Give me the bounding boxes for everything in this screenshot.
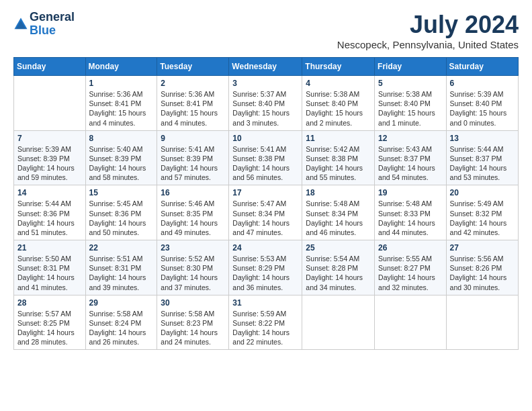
table-row: 20Sunrise: 5:49 AMSunset: 8:32 PMDayligh… [446,185,518,240]
table-row: 21Sunrise: 5:50 AMSunset: 8:31 PMDayligh… [14,240,86,295]
day-info: Sunrise: 5:46 AMSunset: 8:35 PMDaylight:… [161,199,225,237]
day-info: Sunrise: 5:38 AMSunset: 8:40 PMDaylight:… [378,89,443,128]
day-number: 27 [450,243,515,253]
day-number: 10 [232,134,298,143]
day-info: Sunrise: 5:47 AMSunset: 8:34 PMDaylight:… [232,199,298,237]
table-row [446,295,518,350]
calendar-week-row: 28Sunrise: 5:57 AMSunset: 8:25 PMDayligh… [14,295,519,350]
col-thursday: Thursday [302,58,375,76]
table-row: 3Sunrise: 5:37 AMSunset: 8:40 PMDaylight… [229,76,302,131]
table-row [302,295,375,350]
day-number: 17 [232,188,298,197]
day-number: 8 [89,134,154,143]
day-info: Sunrise: 5:36 AMSunset: 8:41 PMDaylight:… [161,89,225,128]
day-number: 24 [232,243,298,253]
day-number: 19 [378,188,443,197]
day-number: 28 [17,298,82,308]
day-info: Sunrise: 5:41 AMSunset: 8:38 PMDaylight:… [232,144,298,183]
day-number: 12 [378,134,443,143]
day-number: 26 [378,243,443,253]
calendar-header-row: Sunday Monday Tuesday Wednesday Thursday… [14,58,519,76]
day-number: 4 [306,79,371,88]
main-title: July 2024 [337,11,519,39]
day-number: 25 [306,243,371,253]
table-row: 8Sunrise: 5:40 AMSunset: 8:39 PMDaylight… [85,130,157,185]
day-info: Sunrise: 5:58 AMSunset: 8:23 PMDaylight:… [161,309,225,347]
day-info: Sunrise: 5:44 AMSunset: 8:36 PMDaylight:… [17,199,82,237]
day-number: 6 [450,79,515,88]
table-row: 11Sunrise: 5:42 AMSunset: 8:38 PMDayligh… [302,130,375,185]
logo-icon [13,17,28,32]
table-row: 24Sunrise: 5:53 AMSunset: 8:29 PMDayligh… [229,240,302,295]
table-row: 5Sunrise: 5:38 AMSunset: 8:40 PMDaylight… [375,76,447,131]
calendar-week-row: 7Sunrise: 5:39 AMSunset: 8:39 PMDaylight… [14,130,519,185]
table-row: 29Sunrise: 5:58 AMSunset: 8:24 PMDayligh… [85,295,157,350]
day-info: Sunrise: 5:52 AMSunset: 8:30 PMDaylight:… [161,254,225,292]
table-row [14,76,86,131]
subtitle: Nescopeck, Pennsylvania, United States [337,39,519,50]
table-row: 31Sunrise: 5:59 AMSunset: 8:22 PMDayligh… [229,295,302,350]
day-number: 16 [161,188,225,197]
title-block: July 2024 Nescopeck, Pennsylvania, Unite… [337,11,519,50]
day-number: 5 [378,79,443,88]
logo: General Blue [13,11,75,38]
day-number: 14 [17,188,82,197]
day-info: Sunrise: 5:39 AMSunset: 8:39 PMDaylight:… [17,144,82,183]
day-info: Sunrise: 5:42 AMSunset: 8:38 PMDaylight:… [306,144,371,183]
day-number: 3 [232,79,298,88]
day-number: 11 [306,134,371,143]
day-number: 18 [306,188,371,197]
table-row: 6Sunrise: 5:39 AMSunset: 8:40 PMDaylight… [446,76,518,131]
day-info: Sunrise: 5:43 AMSunset: 8:37 PMDaylight:… [378,144,443,183]
logo-blue: Blue [30,24,56,37]
table-row: 13Sunrise: 5:44 AMSunset: 8:37 PMDayligh… [446,130,518,185]
logo-text: General Blue [30,11,75,38]
day-info: Sunrise: 5:50 AMSunset: 8:31 PMDaylight:… [17,254,82,292]
table-row: 25Sunrise: 5:54 AMSunset: 8:28 PMDayligh… [302,240,375,295]
day-info: Sunrise: 5:41 AMSunset: 8:39 PMDaylight:… [161,144,225,183]
table-row: 19Sunrise: 5:48 AMSunset: 8:33 PMDayligh… [375,185,447,240]
day-number: 22 [89,243,154,253]
day-info: Sunrise: 5:37 AMSunset: 8:40 PMDaylight:… [232,89,298,128]
day-number: 30 [161,298,225,308]
day-info: Sunrise: 5:53 AMSunset: 8:29 PMDaylight:… [232,254,298,292]
table-row: 27Sunrise: 5:56 AMSunset: 8:26 PMDayligh… [446,240,518,295]
table-row: 28Sunrise: 5:57 AMSunset: 8:25 PMDayligh… [14,295,86,350]
table-row [375,295,447,350]
header: General Blue July 2024 Nescopeck, Pennsy… [13,11,519,50]
calendar-table: Sunday Monday Tuesday Wednesday Thursday… [13,57,519,350]
day-info: Sunrise: 5:36 AMSunset: 8:41 PMDaylight:… [89,89,154,128]
day-info: Sunrise: 5:40 AMSunset: 8:39 PMDaylight:… [89,144,154,183]
day-number: 21 [17,243,82,253]
table-row: 14Sunrise: 5:44 AMSunset: 8:36 PMDayligh… [14,185,86,240]
table-row: 15Sunrise: 5:45 AMSunset: 8:36 PMDayligh… [85,185,157,240]
col-tuesday: Tuesday [157,58,229,76]
day-info: Sunrise: 5:54 AMSunset: 8:28 PMDaylight:… [306,254,371,292]
table-row: 1Sunrise: 5:36 AMSunset: 8:41 PMDaylight… [85,76,157,131]
day-number: 7 [17,134,82,143]
day-info: Sunrise: 5:48 AMSunset: 8:34 PMDaylight:… [306,199,371,237]
table-row: 9Sunrise: 5:41 AMSunset: 8:39 PMDaylight… [157,130,229,185]
logo-general: General [30,10,75,24]
day-info: Sunrise: 5:48 AMSunset: 8:33 PMDaylight:… [378,199,443,237]
day-info: Sunrise: 5:49 AMSunset: 8:32 PMDaylight:… [450,199,515,237]
day-info: Sunrise: 5:59 AMSunset: 8:22 PMDaylight:… [232,309,298,347]
table-row: 16Sunrise: 5:46 AMSunset: 8:35 PMDayligh… [157,185,229,240]
day-number: 2 [161,79,225,88]
table-row: 18Sunrise: 5:48 AMSunset: 8:34 PMDayligh… [302,185,375,240]
day-info: Sunrise: 5:45 AMSunset: 8:36 PMDaylight:… [89,199,154,237]
day-info: Sunrise: 5:57 AMSunset: 8:25 PMDaylight:… [17,309,82,347]
col-sunday: Sunday [14,58,86,76]
col-friday: Friday [375,58,447,76]
table-row: 2Sunrise: 5:36 AMSunset: 8:41 PMDaylight… [157,76,229,131]
calendar-week-row: 1Sunrise: 5:36 AMSunset: 8:41 PMDaylight… [14,76,519,131]
day-number: 1 [89,79,154,88]
col-saturday: Saturday [446,58,518,76]
day-info: Sunrise: 5:58 AMSunset: 8:24 PMDaylight:… [89,309,154,347]
page: General Blue July 2024 Nescopeck, Pennsy… [0,0,532,411]
day-number: 23 [161,243,225,253]
col-wednesday: Wednesday [229,58,302,76]
day-number: 9 [161,134,225,143]
day-info: Sunrise: 5:51 AMSunset: 8:31 PMDaylight:… [89,254,154,292]
day-info: Sunrise: 5:55 AMSunset: 8:27 PMDaylight:… [378,254,443,292]
